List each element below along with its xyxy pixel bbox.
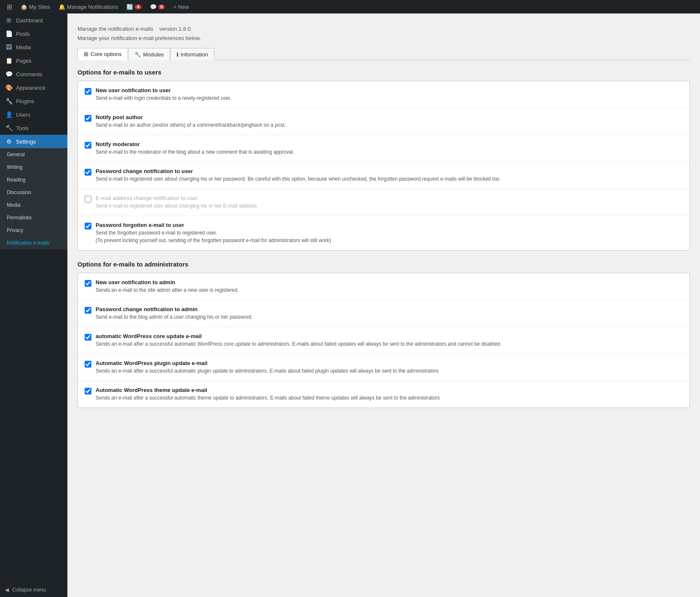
updates-badge: 4 xyxy=(135,5,142,9)
submenu-item-notification-emails[interactable]: Notification e-mails xyxy=(0,237,67,249)
tab-core-options[interactable]: ⊞ Core options xyxy=(77,48,128,60)
option-password-forgotten: Password forgotten e-mail to user Send t… xyxy=(78,216,689,250)
comments-badge: 0 xyxy=(158,5,165,9)
layout: ⊞ Dashboard 📄 Posts 🖼 Media 📋 Pages 💬 Co… xyxy=(0,13,700,597)
submenu-label-writing: Writing xyxy=(7,164,22,170)
sidebar-label-tools: Tools xyxy=(16,125,29,131)
submenu-item-general[interactable]: General xyxy=(0,148,67,161)
main-content: Manage the notification e-mails version … xyxy=(67,13,700,597)
users-icon: 👤 xyxy=(5,111,13,118)
option-wp-plugin-update: Automatic WordPress plugin update e-mail… xyxy=(78,354,689,381)
admin-section-title: Options for e-mails to administrators xyxy=(77,261,690,268)
submenu-item-privacy[interactable]: Privacy xyxy=(0,224,67,237)
checkbox-email-address-change[interactable] xyxy=(85,196,91,203)
tab-modules[interactable]: 🔧 Modules xyxy=(128,48,170,60)
sidebar-label-media: Media xyxy=(16,44,31,51)
collapse-icon: ◀ xyxy=(5,587,9,593)
sidebar-label-comments: Comments xyxy=(16,71,43,77)
option-desc-wp-plugin-update: Sends an e-mail after a successful autom… xyxy=(96,367,683,375)
option-desc-email-address-change: Send e-mail to registered user about cha… xyxy=(96,202,683,210)
submenu-item-writing[interactable]: Writing xyxy=(0,161,67,173)
tab-information-label: Information xyxy=(181,51,208,58)
submenu-label-reading: Reading xyxy=(7,177,26,183)
checkbox-new-user-admin[interactable] xyxy=(85,280,91,287)
new-label: + New xyxy=(173,4,189,10)
checkbox-wp-plugin-update[interactable] xyxy=(85,361,91,368)
option-new-user-notification: New user notification to user Send e-mai… xyxy=(78,81,689,108)
sidebar-item-dashboard[interactable]: ⊞ Dashboard xyxy=(0,13,67,27)
sidebar-item-plugins[interactable]: 🔧 Plugins xyxy=(0,94,67,108)
sidebar-label-settings: Settings xyxy=(16,139,36,145)
checkbox-password-change-user[interactable] xyxy=(85,169,91,176)
option-desc-new-user-notification: Send e-mail with login credentials to a … xyxy=(96,94,683,102)
sidebar-item-appearance[interactable]: 🎨 Appearance xyxy=(0,81,67,94)
checkbox-password-change-admin[interactable] xyxy=(85,307,91,314)
checkbox-wp-theme-update[interactable] xyxy=(85,388,91,394)
submenu-label-discussion: Discussion xyxy=(7,189,31,195)
submenu-item-media[interactable]: Media xyxy=(0,199,67,211)
submenu-label-media: Media xyxy=(7,202,21,208)
submenu-label-general: General xyxy=(7,152,25,157)
option-desc-new-user-admin: Sends an e-mail to the site admin after … xyxy=(96,286,683,294)
option-label-password-change-user: Password change notification to user xyxy=(96,168,683,174)
my-sites-link[interactable]: 🏠 My Sites xyxy=(17,0,53,13)
sidebar-item-posts[interactable]: 📄 Posts xyxy=(0,27,67,40)
page-title: Manage the notification e-mails version … xyxy=(77,22,690,33)
tab-information-icon: ℹ xyxy=(176,51,179,58)
checkbox-notify-post-author[interactable] xyxy=(85,115,91,122)
page-version: version 1.8.0 xyxy=(159,26,190,32)
collapse-menu-button[interactable]: ◀ Collapse menu xyxy=(0,583,67,597)
sidebar-label-dashboard: Dashboard xyxy=(16,17,43,24)
option-desc-wp-core-update: Sends an e-mail after a successful autom… xyxy=(96,340,683,348)
tabs: ⊞ Core options 🔧 Modules ℹ Information xyxy=(77,48,690,60)
admin-options-box: New user notification to admin Sends an … xyxy=(77,273,690,408)
manage-notifications-label: Manage Notifications xyxy=(67,4,118,10)
my-sites-icon: 🏠 xyxy=(21,4,27,10)
submenu-item-reading[interactable]: Reading xyxy=(0,173,67,186)
sidebar-label-posts: Posts xyxy=(16,31,30,37)
posts-icon: 📄 xyxy=(5,30,13,37)
submenu-item-discussion[interactable]: Discussion xyxy=(0,186,67,199)
option-label-email-address-change: E-mail address change notification to us… xyxy=(96,195,683,201)
option-label-notify-moderator: Notify moderator xyxy=(96,141,683,147)
option-label-wp-core-update: automatic WordPress core update e-mail xyxy=(96,333,683,339)
wp-logo-link[interactable]: ⊞ xyxy=(3,0,16,13)
sidebar-item-pages[interactable]: 📋 Pages xyxy=(0,54,67,67)
updates-link[interactable]: 🔄 4 xyxy=(123,0,145,13)
comments-link[interactable]: 💬 0 xyxy=(147,0,168,13)
option-wp-theme-update: Automatic WordPress theme update e-mail … xyxy=(78,381,689,408)
option-password-change-admin: Password change notification to admin Se… xyxy=(78,300,689,327)
sidebar-item-users[interactable]: 👤 Users xyxy=(0,108,67,121)
submenu-label-notification-emails: Notification e-mails xyxy=(7,240,49,246)
option-new-user-admin: New user notification to admin Sends an … xyxy=(78,273,689,300)
submenu-item-permalinks[interactable]: Permalinks xyxy=(0,211,67,224)
option-notify-moderator: Notify moderator Send e-mail to the mode… xyxy=(78,135,689,162)
manage-notifications-link[interactable]: 🔔 Manage Notifications xyxy=(55,0,121,13)
sidebar-item-media[interactable]: 🖼 Media xyxy=(0,40,67,54)
tab-information[interactable]: ℹ Information xyxy=(170,48,214,60)
checkbox-wp-core-update[interactable] xyxy=(85,334,91,341)
sidebar-item-settings[interactable]: ⚙ Settings xyxy=(0,135,67,148)
updates-icon: 🔄 xyxy=(126,4,133,10)
settings-icon: ⚙ xyxy=(5,138,13,145)
media-icon: 🖼 xyxy=(5,44,13,51)
option-label-new-user-admin: New user notification to admin xyxy=(96,279,683,285)
manage-notifications-icon: 🔔 xyxy=(59,4,65,10)
checkbox-new-user-notification[interactable] xyxy=(85,88,91,95)
submenu-label-privacy: Privacy xyxy=(7,227,23,233)
sidebar-label-pages: Pages xyxy=(16,58,32,64)
users-section-title: Options for e-mails to users xyxy=(77,69,690,76)
sidebar-item-comments[interactable]: 💬 Comments xyxy=(0,67,67,81)
checkbox-password-forgotten[interactable] xyxy=(85,223,91,229)
tab-core-options-label: Core options xyxy=(91,51,122,57)
option-label-wp-theme-update: Automatic WordPress theme update e-mail xyxy=(96,387,683,393)
new-link[interactable]: + New xyxy=(170,0,192,13)
top-bar: ⊞ 🏠 My Sites 🔔 Manage Notifications 🔄 4 … xyxy=(0,0,700,13)
option-desc-notify-post-author: Send e-mail to an author (and/or others)… xyxy=(96,121,683,129)
sidebar-item-tools[interactable]: 🔨 Tools xyxy=(0,121,67,135)
checkbox-notify-moderator[interactable] xyxy=(85,142,91,149)
dashboard-icon: ⊞ xyxy=(5,17,13,24)
option-email-address-change: E-mail address change notification to us… xyxy=(78,189,689,216)
my-sites-label: My Sites xyxy=(29,4,50,10)
option-desc-password-change-user: Send e-mail to registered user about cha… xyxy=(96,175,683,183)
